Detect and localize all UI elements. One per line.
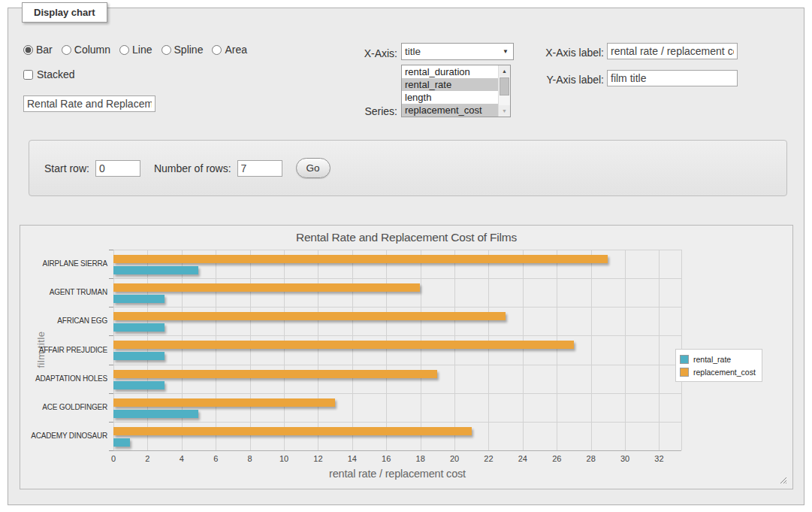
chart-title: Rental Rate and Replacement Cost of Film… <box>20 231 792 244</box>
x-tick-label: 26 <box>545 454 568 463</box>
category-label: ADAPTATION HOLES <box>20 374 107 383</box>
x-tick-label: 0 <box>102 454 125 463</box>
chart-type-spline[interactable]: Spline <box>161 44 204 56</box>
stacked-label: Stacked <box>37 68 75 80</box>
legend-item-replacement_cost: replacement_cost <box>680 365 756 378</box>
x-tick-label: 30 <box>614 454 636 463</box>
bar-rental_rate <box>113 381 165 389</box>
x-tick-label: 32 <box>647 454 670 463</box>
x-tick-label: 12 <box>306 454 329 463</box>
y-axis-label-label: Y-Axis label: <box>489 74 604 86</box>
gridline <box>182 250 183 450</box>
number-of-rows-input[interactable] <box>237 160 282 177</box>
gridline <box>591 250 592 450</box>
x-tick-label: 22 <box>477 454 500 463</box>
stacked-checkbox[interactable] <box>23 70 33 80</box>
chart-type-group: BarColumnLineSplineArea <box>23 44 247 56</box>
stacked-row[interactable]: Stacked <box>23 68 75 80</box>
category-labels: AIRPLANE SIERRAAGENT TRUMANAFRICAN EGGAF… <box>20 250 107 450</box>
radio-line[interactable] <box>119 45 129 55</box>
category-label: ACADEMY DINOSAUR <box>20 432 107 440</box>
y-tick <box>109 307 113 308</box>
radio-area[interactable] <box>212 45 222 55</box>
x-tick-label: 24 <box>512 454 534 463</box>
radio-label: Bar <box>36 44 53 56</box>
bar-rental_rate <box>113 438 130 447</box>
gridline <box>488 250 489 450</box>
chart-type-bar[interactable]: Bar <box>23 44 53 56</box>
y-tick <box>109 365 113 365</box>
chart-type-column[interactable]: Column <box>62 44 110 56</box>
legend-label: replacement_cost <box>693 368 756 377</box>
number-of-rows-label: Number of rows: <box>154 162 231 174</box>
x-tick-label: 28 <box>580 454 602 463</box>
y-axis-label-input[interactable] <box>607 70 738 86</box>
series-options: rental_durationrental_ratelengthreplacem… <box>402 65 498 117</box>
gridline <box>113 250 114 450</box>
display-chart-panel: Display chart BarColumnLineSplineArea St… <box>8 8 804 505</box>
bar-replacement_cost <box>113 312 506 320</box>
x-tick-label: 4 <box>171 454 193 463</box>
radio-label: Column <box>74 44 110 56</box>
y-tick <box>109 422 113 423</box>
series-option-length[interactable]: length <box>402 91 498 104</box>
scroll-down-icon[interactable]: ▼ <box>499 105 510 117</box>
gridline <box>113 450 681 451</box>
x-axis-select-label: X-Axis: <box>324 47 397 59</box>
y-tick <box>109 335 113 336</box>
gridline <box>352 250 353 450</box>
x-tick-label: 16 <box>375 454 397 463</box>
series-option-rental_duration[interactable]: rental_duration <box>402 65 498 78</box>
gridline <box>454 250 455 450</box>
x-tick-label: 2 <box>136 454 158 463</box>
radio-label: Line <box>132 44 152 56</box>
gridline <box>557 250 557 450</box>
app-page: Display chart BarColumnLineSplineArea St… <box>0 0 812 512</box>
radio-spline[interactable] <box>161 45 171 55</box>
bar-replacement_cost <box>113 398 335 407</box>
x-axis-title: rental rate / replacement cost <box>113 468 681 480</box>
x-axis-label-input[interactable] <box>607 43 738 59</box>
gridline <box>386 250 387 450</box>
legend-swatch <box>680 355 689 364</box>
gridline <box>113 393 681 394</box>
x-tick-label: 6 <box>204 454 227 463</box>
category-label: AGENT TRUMAN <box>20 288 107 296</box>
resize-grip-icon[interactable] <box>780 477 787 484</box>
bar-replacement_cost <box>113 255 608 263</box>
series-listbox[interactable]: rental_durationrental_ratelengthreplacem… <box>401 65 511 117</box>
gridline <box>216 250 216 450</box>
gridline <box>113 365 681 365</box>
y-tick <box>109 278 113 279</box>
bar-rental_rate <box>113 323 165 332</box>
gridline <box>625 250 626 450</box>
bar-replacement_cost <box>113 427 472 435</box>
bar-rental_rate <box>113 266 198 274</box>
x-tick-label: 8 <box>239 454 261 463</box>
x-axis-label-label: X-Axis label: <box>489 47 604 59</box>
series-label: Series: <box>324 105 397 117</box>
chart-title-input[interactable] <box>23 95 155 112</box>
rows-panel: Start row: Number of rows: Go <box>29 140 787 196</box>
gridline <box>250 250 251 450</box>
start-row-input[interactable] <box>95 160 140 177</box>
gridline <box>113 250 681 250</box>
chart-container: Rental Rate and Replacement Cost of Film… <box>20 225 793 489</box>
gridline <box>284 250 285 450</box>
gridline <box>318 250 318 450</box>
x-axis-selected-value: title <box>405 46 503 57</box>
gridline <box>421 250 421 450</box>
chart-type-line[interactable]: Line <box>119 44 152 56</box>
bar-replacement_cost <box>113 283 420 292</box>
legend-item-rental_rate: rental_rate <box>680 353 756 365</box>
series-option-rental_rate[interactable]: rental_rate <box>402 78 498 91</box>
gridline <box>113 278 681 279</box>
gridline <box>113 422 681 423</box>
radio-column[interactable] <box>62 45 71 55</box>
go-button[interactable]: Go <box>296 158 331 178</box>
gridline <box>113 335 681 336</box>
series-option-replacement_cost[interactable]: replacement_cost <box>402 104 498 117</box>
chart-type-area[interactable]: Area <box>212 44 247 56</box>
gridline <box>147 250 148 450</box>
radio-bar[interactable] <box>23 45 33 55</box>
